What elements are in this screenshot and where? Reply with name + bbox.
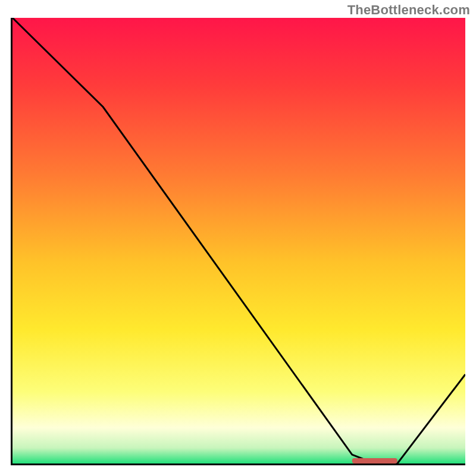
watermark-text: TheBottleneck.com bbox=[347, 2, 470, 18]
chart-root: TheBottleneck.com line bbox=[0, 0, 476, 476]
plot-svg bbox=[12, 18, 465, 464]
optimal-range-marker bbox=[352, 458, 397, 464]
plot-area bbox=[11, 18, 465, 465]
chart-type: line bbox=[0, 0, 1, 1]
